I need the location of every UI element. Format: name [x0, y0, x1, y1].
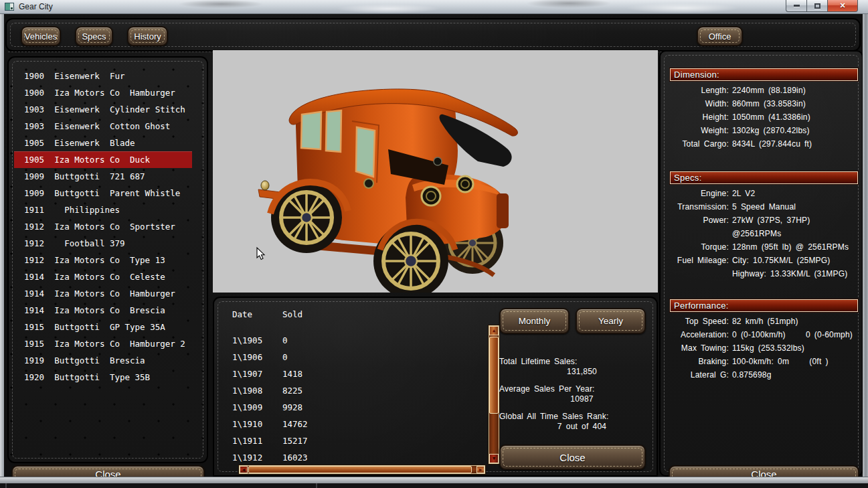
- list-item[interactable]: 1912 Iza Motors Co Type 13: [14, 252, 201, 268]
- horizontal-scroll-thumb[interactable]: [248, 466, 472, 473]
- list-item[interactable]: 1900 Iza Motors Co Hamburger: [14, 84, 201, 101]
- sales-panel: DateSold 1\190501\190601\190714181\19088…: [213, 297, 658, 477]
- list-item[interactable]: 1903 Eisenwerk Cotton Ghost: [14, 118, 201, 135]
- table-row: 1\19099928: [232, 399, 491, 416]
- list-item[interactable]: 1909 Buttgotti Parent Whistle: [14, 185, 201, 201]
- detail-row: Fuel Mileage:City: 10.75KM/L (25MPG) Hig…: [661, 254, 859, 280]
- list-item[interactable]: 1912 Iza Motors Co Sportster: [14, 218, 201, 235]
- details-panel: Dimension: Length:2240mm (88.189in)Width…: [659, 50, 863, 477]
- table-body: 1\190501\190601\190714181\190882251\1909…: [232, 332, 491, 467]
- list-item[interactable]: 1914 Iza Motors Co Hamburger: [14, 285, 201, 302]
- yearly-button[interactable]: Yearly: [576, 308, 646, 334]
- list-item[interactable]: 1911 Philippines: [14, 201, 201, 218]
- performance-section-header: Performance:: [670, 299, 858, 312]
- detail-row: Acceleration:0 (0-100km/h) 0 (0-60mph): [661, 328, 859, 341]
- horizontal-scrollbar[interactable]: ◀ ▶: [238, 465, 486, 475]
- monthly-button[interactable]: Monthly: [499, 308, 570, 334]
- sales-rank-label: Global All Time Sales Rank:: [499, 412, 650, 422]
- sales-table: DateSold 1\190501\190601\190714181\19088…: [224, 308, 491, 467]
- detail-row: Power:27kW (37PS, 37HP) @2561RPMs: [661, 214, 859, 240]
- maximize-button[interactable]: [806, 0, 827, 12]
- table-header-date: Date: [232, 308, 282, 321]
- detail-row: Total Cargo:8434L (297.844cu ft): [661, 137, 859, 151]
- specs-button[interactable]: Specs: [75, 26, 113, 46]
- dimension-section-header: Dimension:: [670, 68, 858, 81]
- average-sales-value: 10987: [499, 394, 650, 404]
- table-row: 1\19088225: [232, 382, 491, 399]
- detail-row: Length:2240mm (88.189in): [661, 84, 859, 97]
- list-item[interactable]: 1914 Iza Motors Co Celeste: [14, 268, 201, 285]
- dimension-rows: Length:2240mm (88.189in)Width:860mm (33.…: [661, 84, 859, 151]
- table-header-sold: Sold: [282, 309, 302, 319]
- list-item[interactable]: 1915 Buttgotti GP Type 35A: [14, 319, 201, 335]
- vehicle-list-panel: 1900 Eisenwerk Fur1900 Iza Motors Co Ham…: [7, 56, 208, 463]
- detail-row: Width:860mm (33.8583in): [661, 97, 859, 110]
- maximize-icon: [814, 3, 820, 9]
- minimize-button[interactable]: [786, 0, 806, 12]
- scroll-up-icon[interactable]: ▲: [489, 326, 499, 335]
- background-strip: [0, 483, 868, 488]
- window-border-right[interactable]: [863, 14, 868, 477]
- list-item[interactable]: 1914 Iza Motors Co Brescia: [14, 302, 201, 319]
- sales-rank-value: 7 out of 404: [499, 422, 650, 432]
- list-item[interactable]: 1903 Eisenwerk Cylinder Stitch: [14, 101, 201, 118]
- list-item[interactable]: 1912 Football 379: [14, 235, 201, 252]
- detail-row: Height:1050mm (41.3386in): [661, 110, 859, 124]
- vertical-scroll-thumb[interactable]: [489, 337, 499, 414]
- table-row: 1\191115217: [232, 432, 491, 449]
- window-title: Gear City: [19, 2, 53, 11]
- detail-row: Torque:128nm (95ft lb) @ 2561RPMs: [661, 240, 859, 254]
- scroll-left-icon[interactable]: ◀: [240, 466, 248, 473]
- sales-stats: Total Lifetime Sales: 131,850 Average Sa…: [499, 357, 650, 439]
- sales-close-button[interactable]: Close: [499, 444, 646, 470]
- list-item[interactable]: 1900 Eisenwerk Fur: [14, 68, 201, 84]
- vertical-scrollbar[interactable]: ▲ ▼: [488, 325, 500, 465]
- list-item[interactable]: 1905 Iza Motors Co Duck: [14, 151, 192, 168]
- detail-row: Weight:1302kg (2870.42lbs): [661, 124, 859, 137]
- scroll-right-icon[interactable]: ▶: [476, 466, 485, 473]
- detail-row: Max Towing:115kg (253.532lbs): [661, 341, 859, 355]
- car-render: [213, 50, 658, 293]
- close-icon: ✕: [839, 1, 845, 10]
- total-lifetime-sales-value: 131,850: [499, 367, 650, 377]
- total-lifetime-sales-label: Total Lifetime Sales:: [499, 357, 650, 367]
- specs-section-header: Specs:: [670, 171, 858, 184]
- table-row: 1\19050: [232, 332, 491, 349]
- list-item[interactable]: 1920 Buttgotti Type 35B: [14, 369, 201, 386]
- app-icon: [5, 3, 14, 11]
- table-header: DateSold: [224, 308, 491, 321]
- table-row: 1\191216023: [232, 449, 491, 466]
- average-sales-label: Average Sales Per Year:: [499, 384, 650, 394]
- list-item[interactable]: 1909 Buttgotti 721 687: [14, 168, 201, 185]
- performance-rows: Top Speed:82 km/h (51mph)Acceleration:0 …: [661, 315, 859, 382]
- list-item[interactable]: 1915 Iza Motors Co Hamburger 2: [14, 335, 201, 352]
- close-window-button[interactable]: ✕: [827, 0, 858, 12]
- window-border-left: [0, 14, 4, 477]
- list-item[interactable]: 1905 Eisenwerk Blade: [14, 135, 201, 151]
- history-button[interactable]: History: [127, 26, 168, 46]
- window-border-bottom: [0, 477, 868, 483]
- specs-rows: Engine:2L V2Transmission:5 Speed ManualP…: [661, 187, 859, 280]
- table-row: 1\19071418: [232, 365, 491, 382]
- toolbar: Vehicles Specs History Office: [5, 18, 861, 52]
- table-row: 1\19060: [232, 349, 491, 365]
- detail-row: Lateral G:0.875698g: [661, 368, 859, 382]
- detail-row: Braking:100-0km/h: 0m (0ft ): [661, 355, 859, 368]
- detail-row: Engine:2L V2: [661, 187, 859, 200]
- minimize-icon: [794, 5, 800, 7]
- table-row: 1\191014762: [232, 416, 491, 432]
- vehicle-list: 1900 Eisenwerk Fur1900 Iza Motors Co Ham…: [14, 68, 201, 457]
- detail-row: Top Speed:82 km/h (51mph): [661, 315, 859, 328]
- vehicles-button[interactable]: Vehicles: [21, 26, 61, 46]
- scroll-down-icon[interactable]: ▼: [489, 454, 499, 463]
- list-item[interactable]: 1919 Buttgotti Brescia: [14, 352, 201, 369]
- office-button[interactable]: Office: [697, 26, 743, 46]
- title-bar[interactable]: Gear City ✕: [0, 0, 868, 14]
- car-viewport: [213, 50, 658, 293]
- gear-city-window: Vehicles Specs History Office 1900 Eisen…: [0, 0, 868, 488]
- detail-row: Transmission:5 Speed Manual: [661, 200, 859, 214]
